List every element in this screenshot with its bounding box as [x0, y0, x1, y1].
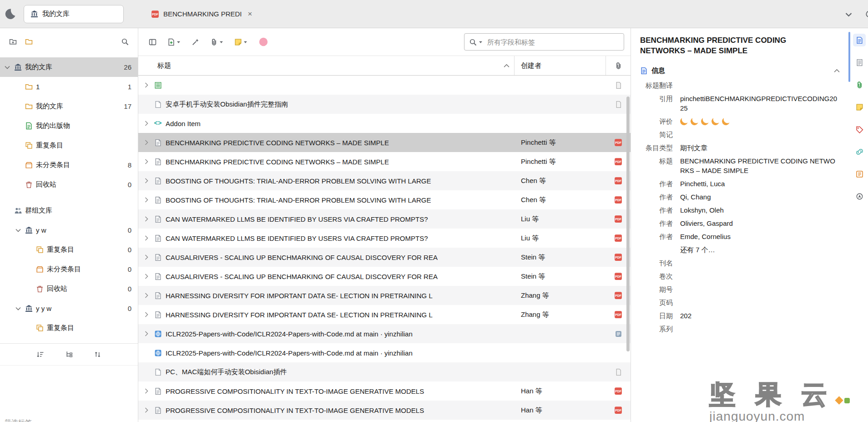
field-value[interactable]: pinchettiBENCHMARKINGPREDICTIVECODING202…: [680, 94, 840, 113]
column-title[interactable]: 标题: [138, 56, 515, 75]
search-box[interactable]: [464, 33, 624, 51]
info-pane-icon[interactable]: [853, 34, 866, 46]
sidebar-item[interactable]: y y w 0: [0, 299, 138, 318]
moon-rating-icon[interactable]: [700, 116, 710, 126]
twisty-icon[interactable]: [143, 121, 150, 126]
twisty-icon[interactable]: [143, 235, 150, 241]
twisty-icon[interactable]: [143, 407, 150, 413]
toggle-panel-icon[interactable]: [146, 36, 160, 49]
twisty-icon[interactable]: [143, 216, 150, 222]
table-row[interactable]: CAUSALRIVERS - SCALING UP BENCHMARKING O…: [138, 267, 631, 286]
sidebar-item[interactable]: 回收站 0: [0, 175, 138, 194]
new-collection-icon[interactable]: [9, 38, 17, 46]
tab-library[interactable]: 我的文库: [24, 5, 124, 23]
table-row[interactable]: [138, 76, 631, 95]
new-note-button[interactable]: [231, 36, 251, 49]
twisty-icon[interactable]: [143, 197, 150, 203]
sidebar-item[interactable]: 我的出版物: [0, 116, 138, 136]
notes-pane-icon[interactable]: [853, 101, 866, 113]
sidebar-item[interactable]: 群组文库: [0, 201, 138, 220]
search-scope-caret-icon[interactable]: [479, 40, 483, 44]
chevron-down-icon[interactable]: [844, 10, 853, 19]
table-row[interactable]: CAUSALRIVERS - SCALING UP BENCHMARKING O…: [138, 248, 631, 267]
twisty-icon[interactable]: [143, 274, 150, 279]
related-pane-icon[interactable]: [853, 145, 866, 158]
field-value[interactable]: [680, 285, 840, 294]
tags-pane-icon[interactable]: [853, 123, 866, 136]
attachments-pane-icon[interactable]: [853, 78, 866, 91]
table-row[interactable]: <> Addon Item: [138, 114, 631, 133]
table-row[interactable]: ICLR2025-Papers-with-Code/ICLR2024-Paper…: [138, 343, 631, 362]
moon-theme-icon[interactable]: [0, 8, 20, 20]
twisty-icon[interactable]: [143, 293, 150, 298]
add-by-identifier-icon[interactable]: [188, 36, 202, 49]
table-row[interactable]: BOOSTING OF THOUGHTS: TRIAL-AND-ERROR PR…: [138, 190, 631, 209]
sort-ascending-icon[interactable]: [504, 64, 510, 68]
twisty-icon[interactable]: [143, 140, 150, 145]
sort-icon[interactable]: [36, 351, 44, 358]
table-row[interactable]: HARNESSING DIVERSITY FOR IMPORTANT DATA …: [138, 305, 631, 324]
detail-scrollbar[interactable]: [848, 32, 850, 82]
field-value[interactable]: [680, 258, 840, 268]
table-row[interactable]: PROGRESSIVE COMPOSITIONALITY IN TEXT-TO-…: [138, 401, 631, 420]
field-value[interactable]: Pinchetti, Luca: [680, 179, 840, 188]
abstract-pane-icon[interactable]: [853, 56, 866, 69]
field-value[interactable]: Emde, Cornelius: [680, 232, 840, 241]
search-input[interactable]: [487, 38, 619, 46]
twisty-icon[interactable]: [143, 312, 150, 317]
field-value[interactable]: [680, 117, 840, 126]
field-value[interactable]: Oliviers, Gaspard: [680, 219, 840, 228]
sidebar-item[interactable]: 未分类条目 0: [0, 259, 138, 279]
locate-pane-icon[interactable]: [853, 190, 866, 203]
twisty-icon[interactable]: [4, 66, 11, 69]
sidebar-item[interactable]: 重复条目 0: [0, 240, 138, 259]
sync-icon[interactable]: [865, 10, 868, 18]
field-value[interactable]: [680, 271, 840, 281]
twisty-icon[interactable]: [143, 178, 150, 183]
collapse-section-icon[interactable]: [834, 69, 840, 73]
table-row[interactable]: PC、MAC端如何手动安装Obisidian插件: [138, 362, 631, 381]
add-attachment-button[interactable]: [207, 36, 227, 49]
field-value[interactable]: [680, 324, 840, 334]
sidebar-item[interactable]: y w 0: [0, 220, 138, 240]
more-creators[interactable]: 还有 7 个…: [680, 245, 840, 254]
table-row[interactable]: BENCHMARKING PREDICTIVE CODING NETWORKS …: [138, 133, 631, 152]
sidebar-item[interactable]: 回收站 0: [0, 279, 138, 299]
expand-collapse-icon[interactable]: [94, 351, 101, 358]
toc-pane-icon[interactable]: [853, 168, 866, 180]
column-creator[interactable]: 创建者: [515, 56, 606, 75]
table-row[interactable]: 安卓手机手动安装Obsidian插件完整指南: [138, 95, 631, 114]
new-item-button[interactable]: [164, 36, 184, 49]
field-value[interactable]: [680, 130, 840, 139]
table-row[interactable]: CAN WATERMARKED LLMS BE IDENTIFIED BY US…: [138, 229, 631, 248]
twisty-icon[interactable]: [143, 331, 150, 336]
twisty-icon[interactable]: [143, 388, 150, 394]
sidebar-item[interactable]: 1 1: [0, 77, 138, 97]
sidebar-item[interactable]: 我的文库 17: [0, 97, 138, 116]
moon-rating-icon[interactable]: [711, 116, 721, 126]
table-row[interactable]: HARNESSING DIVERSITY FOR IMPORTANT DATA …: [138, 286, 631, 305]
search-collections-icon[interactable]: [121, 38, 129, 46]
twisty-icon[interactable]: [143, 254, 150, 260]
field-value[interactable]: [680, 81, 840, 90]
info-section-header[interactable]: 信息: [640, 66, 840, 79]
moon-rating-icon[interactable]: [679, 116, 689, 126]
field-value[interactable]: BENCHMARKING PREDICTIVE CODING NETWORKS …: [680, 156, 840, 175]
column-attachment[interactable]: [606, 56, 631, 75]
tag-filter-input[interactable]: 筛选标签: [5, 418, 32, 422]
sidebar-item[interactable]: 重复条目: [0, 318, 138, 338]
field-value[interactable]: 期刊文章: [680, 143, 840, 153]
sidebar-item[interactable]: 未分类条目 0: [0, 338, 138, 343]
new-library-icon[interactable]: [25, 38, 33, 46]
twisty-icon[interactable]: [143, 159, 150, 164]
moon-rating-icon[interactable]: [721, 116, 731, 126]
table-row[interactable]: BOOSTING OF THOUGHTS: TRIAL-AND-ERROR PR…: [138, 171, 631, 190]
moon-rating-icon[interactable]: [690, 116, 700, 126]
table-row[interactable]: BENCHMARKING PREDICTIVE CODING NETWORKS …: [138, 152, 631, 171]
tab-reader[interactable]: PDF BENCHMARKING PREDI ×: [151, 10, 252, 19]
twisty-icon[interactable]: [15, 307, 22, 310]
field-value[interactable]: Lokshyn, Oleh: [680, 205, 840, 215]
twisty-icon[interactable]: [143, 82, 150, 88]
field-value[interactable]: Qi, Chang: [680, 192, 840, 202]
table-row[interactable]: PROGRESSIVE COMPOSITIONALITY IN TEXT-TO-…: [138, 381, 631, 401]
